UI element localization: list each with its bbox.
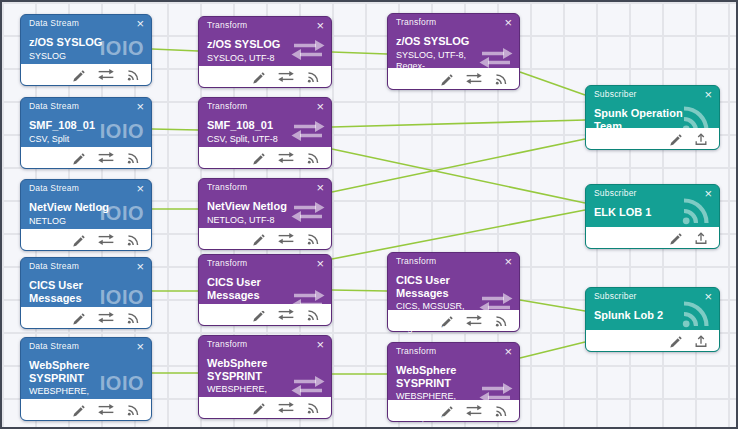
swap-arrows-icon[interactable] bbox=[97, 68, 115, 81]
node-body: WebSphere SYSPRINT WEBSPHERE, SYSPRINT, … bbox=[199, 355, 331, 417]
node-sub-spunk-operation-team[interactable]: Subscriber × Spunk Operation Team IOIO bbox=[585, 85, 720, 150]
node-t-cics-user-messages-regex[interactable]: Transform × CICS User Messages CICS, MGS… bbox=[387, 252, 520, 332]
node-sub-splunk-lob-2[interactable]: Subscriber × Splunk Lob 2 IOIO bbox=[585, 287, 720, 352]
connection-t-smf-108-01--sub-spunk-operation-team[interactable] bbox=[332, 120, 585, 127]
swap-arrows-icon[interactable] bbox=[97, 151, 115, 164]
close-icon[interactable]: × bbox=[504, 346, 512, 357]
node-t-websphere-sysprint-time[interactable]: Transform × WebSphere SYSPRINT WEBSPHERE… bbox=[387, 342, 520, 422]
node-type-label: Data Stream bbox=[29, 341, 79, 351]
node-type-label: Data Stream bbox=[29, 18, 79, 28]
edit-icon[interactable] bbox=[71, 233, 85, 247]
node-subtitle: SYSLOG, UTF-8, Regex- Filter bbox=[396, 50, 511, 83]
rss-small-icon[interactable] bbox=[127, 68, 140, 81]
flow-canvas[interactable]: Data Stream × z/OS SYSLOG SYSLOG IOIO bbox=[0, 0, 738, 429]
edit-icon[interactable] bbox=[668, 334, 682, 348]
edit-icon[interactable] bbox=[71, 68, 85, 82]
rss-small-icon[interactable] bbox=[307, 232, 320, 245]
connection-t-cics-user-messages-regex--sub-splunk-lob-2[interactable] bbox=[520, 300, 585, 311]
close-icon[interactable]: × bbox=[504, 256, 512, 267]
close-icon[interactable]: × bbox=[316, 339, 324, 350]
close-icon[interactable]: × bbox=[704, 89, 712, 100]
connection-t-zos-syslog-regex--sub-spunk-operation-team[interactable] bbox=[520, 72, 585, 95]
connection-ds-zos-syslog--t-zos-syslog[interactable] bbox=[152, 49, 198, 51]
close-icon[interactable]: × bbox=[136, 101, 144, 112]
node-body: z/OS SYSLOG SYSLOG, UTF-8 IOIO bbox=[199, 36, 331, 64]
node-type-label: Data Stream bbox=[29, 261, 79, 271]
close-icon[interactable]: × bbox=[504, 17, 512, 28]
node-header: Data Stream × bbox=[21, 258, 151, 277]
node-subtitle: WEBSPHERE, SYSPRINT, UTF-8, Time-Filter bbox=[396, 391, 511, 424]
node-ds-netview-netlog[interactable]: Data Stream × NetView Netlog NETLOG IOIO bbox=[20, 179, 152, 251]
node-subtitle: NETLOG, UTF-8 bbox=[207, 215, 323, 226]
close-icon[interactable]: × bbox=[316, 101, 324, 112]
node-title: NetView Netlog bbox=[207, 200, 323, 213]
node-t-cics-user-messages[interactable]: Transform × CICS User Messages CICS, MGS… bbox=[198, 254, 332, 326]
upload-icon[interactable] bbox=[694, 231, 708, 245]
node-title: WebSphere SYSPRINT bbox=[396, 364, 511, 389]
upload-icon[interactable] bbox=[694, 334, 708, 348]
node-body: z/OS SYSLOG SYSLOG IOIO bbox=[21, 34, 151, 62]
node-t-zos-syslog-regex[interactable]: Transform × z/OS SYSLOG SYSLOG, UTF-8, R… bbox=[387, 13, 520, 90]
connection-ds-smf-108-01--t-smf-108-01[interactable] bbox=[152, 129, 198, 130]
edit-icon[interactable] bbox=[668, 132, 682, 146]
close-icon[interactable]: × bbox=[136, 183, 144, 194]
upload-icon[interactable] bbox=[694, 132, 708, 146]
node-header: Transform × bbox=[199, 98, 331, 117]
edit-icon[interactable] bbox=[251, 70, 265, 84]
node-title: WebSphere SYSPRINT bbox=[207, 357, 323, 382]
node-type-label: Transform bbox=[207, 339, 247, 349]
node-t-smf-108-01[interactable]: Transform × SMF_108_01 CSV, Split, UTF-8… bbox=[198, 97, 332, 169]
node-footer bbox=[199, 147, 331, 168]
node-body: z/OS SYSLOG SYSLOG, UTF-8, Regex- Filter… bbox=[388, 33, 519, 83]
node-ds-smf-108-01[interactable]: Data Stream × SMF_108_01 CSV, Split IOIO bbox=[20, 97, 152, 169]
close-icon[interactable]: × bbox=[136, 18, 144, 29]
swap-arrows-icon[interactable] bbox=[97, 233, 115, 246]
close-icon[interactable]: × bbox=[136, 261, 144, 272]
edit-icon[interactable] bbox=[71, 151, 85, 165]
node-header: Transform × bbox=[388, 14, 519, 33]
close-icon[interactable]: × bbox=[136, 341, 144, 352]
rss-small-icon[interactable] bbox=[307, 70, 320, 83]
swap-arrows-icon[interactable] bbox=[277, 232, 295, 245]
node-body: CICS User Messages CICS, MGSUSR, UTF-8 I… bbox=[199, 274, 331, 325]
node-type-label: Transform bbox=[207, 182, 247, 192]
rss-small-icon[interactable] bbox=[127, 151, 140, 164]
node-t-zos-syslog[interactable]: Transform × z/OS SYSLOG SYSLOG, UTF-8 IO… bbox=[198, 16, 332, 88]
node-subtitle: SYSLOG bbox=[29, 51, 143, 62]
node-type-label: Transform bbox=[207, 20, 247, 30]
node-header: Transform × bbox=[199, 255, 331, 274]
edit-icon[interactable] bbox=[251, 232, 265, 246]
node-header: Subscriber × bbox=[586, 86, 719, 105]
swap-arrows-icon[interactable] bbox=[277, 151, 295, 164]
node-title: SMF_108_01 bbox=[29, 119, 143, 132]
node-title: CICS User Messages bbox=[396, 274, 511, 299]
node-ds-zos-syslog[interactable]: Data Stream × z/OS SYSLOG SYSLOG IOIO bbox=[20, 14, 152, 86]
close-icon[interactable]: × bbox=[316, 182, 324, 193]
rss-small-icon[interactable] bbox=[307, 151, 320, 164]
connection-t-cics-user-messages--t-cics-user-messages-regex[interactable] bbox=[332, 290, 387, 291]
connection-t-netview-netlog--sub-spunk-operation-team[interactable] bbox=[332, 139, 585, 192]
edit-icon[interactable] bbox=[668, 231, 682, 245]
node-header: Transform × bbox=[388, 253, 519, 272]
node-body: ELK LOB 1 IOIO bbox=[586, 204, 719, 219]
node-t-netview-netlog[interactable]: Transform × NetView Netlog NETLOG, UTF-8… bbox=[198, 178, 332, 250]
node-title: Spunk Operation Team bbox=[594, 107, 711, 132]
connection-t-websphere-sysprint-time--sub-splunk-lob-2[interactable] bbox=[520, 342, 585, 358]
connection-t-zos-syslog--t-zos-syslog-regex[interactable] bbox=[332, 52, 387, 54]
node-body: SMF_108_01 CSV, Split IOIO bbox=[21, 117, 151, 145]
node-body: NetView Netlog NETLOG IOIO bbox=[21, 199, 151, 227]
rss-small-icon[interactable] bbox=[127, 233, 140, 246]
node-ds-cics-user-messages[interactable]: Data Stream × CICS User Messages CICS, M… bbox=[20, 257, 152, 329]
node-title: z/OS SYSLOG bbox=[396, 35, 511, 48]
close-icon[interactable]: × bbox=[316, 20, 324, 31]
node-body: Splunk Lob 2 IOIO bbox=[586, 307, 719, 322]
edit-icon[interactable] bbox=[251, 151, 265, 165]
connection-t-smf-108-01--sub-elk-lob-1[interactable] bbox=[332, 149, 585, 203]
node-t-websphere-sysprint[interactable]: Transform × WebSphere SYSPRINT WEBSPHERE… bbox=[198, 335, 332, 419]
close-icon[interactable]: × bbox=[316, 258, 324, 269]
node-sub-elk-lob-1[interactable]: Subscriber × ELK LOB 1 IOIO bbox=[585, 184, 720, 249]
swap-arrows-icon[interactable] bbox=[277, 70, 295, 83]
node-ds-websphere-sysprint[interactable]: Data Stream × WebSphere SYSPRINT WEBSPHE… bbox=[20, 337, 152, 421]
node-title: WebSphere SYSPRINT bbox=[29, 359, 143, 384]
node-body: WebSphere SYSPRINT WEBSPHERE, SYSPRINT I… bbox=[21, 357, 151, 408]
